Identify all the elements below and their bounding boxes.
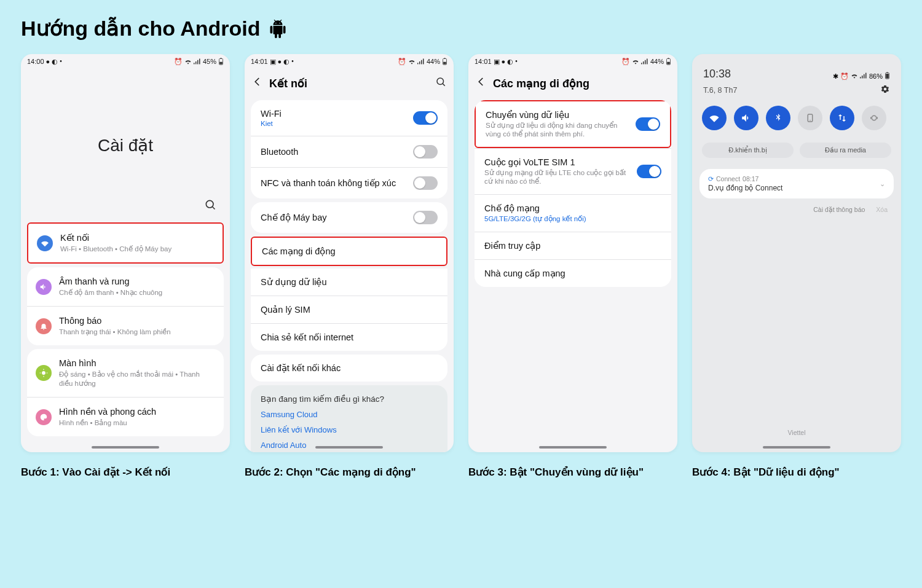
qs-wifi[interactable] <box>702 106 727 130</box>
row-notif[interactable]: Thông báo Thanh trạng thái • Không làm p… <box>27 306 224 345</box>
caption-2: Bước 2: Chọn "Các mạng di động" <box>245 466 454 479</box>
back-icon[interactable] <box>476 76 487 90</box>
row-data-usage[interactable]: Sử dụng dữ liệu <box>251 269 447 296</box>
search-icon[interactable] <box>204 198 216 213</box>
qs-airplane[interactable] <box>862 106 886 130</box>
notif-app: Connect <box>716 175 740 182</box>
btn-device-control[interactable]: Đ.khiển th.bị <box>702 143 794 158</box>
svg-rect-1 <box>220 58 221 58</box>
battery-icon <box>666 58 671 65</box>
bluetooth-icon: ✱ <box>833 73 838 80</box>
row-mobile-networks[interactable]: Các mạng di động <box>251 237 447 266</box>
row-wifi[interactable]: Wi-Fi Kiet <box>251 100 447 136</box>
row-operators[interactable]: Nhà cung cấp mạng <box>475 259 671 287</box>
carrier-label: Viettel <box>692 429 901 436</box>
home-indicator[interactable] <box>763 446 830 449</box>
status-battery: 86% <box>869 73 883 80</box>
notif-settings[interactable]: Cài đặt thông báo <box>813 206 865 213</box>
list-mobile-rest: Sử dụng dữ liệu Quản lý SIM Chia sẻ kết … <box>251 269 447 351</box>
page-title: Hướng dẫn cho Android <box>21 16 901 41</box>
page-header: Các mạng di động <box>468 68 677 96</box>
back-icon[interactable] <box>252 76 263 90</box>
qs-sound[interactable] <box>734 106 758 130</box>
svg-point-5 <box>42 371 45 375</box>
row-volte[interactable]: Cuộc gọi VoLTE SIM 1 Sử dụng mạng dữ liệ… <box>475 148 671 194</box>
suggest-link-1[interactable]: Liên kết với Windows <box>261 425 438 434</box>
wifi-icon <box>632 58 639 65</box>
wifi-toggle[interactable] <box>413 111 438 125</box>
gear-icon[interactable] <box>880 84 890 96</box>
wifi-icon <box>184 58 192 65</box>
row-wallpaper[interactable]: Hình nền và phong cách Hình nền • Bảng m… <box>27 397 224 436</box>
row-bluetooth[interactable]: Bluetooth <box>251 136 447 167</box>
search-icon[interactable] <box>435 76 446 90</box>
chevron-down-icon[interactable]: ⌄ <box>880 180 885 188</box>
step-3: 14:01 ▣ ● ◐ • ⏰ 44% Các mạng <box>468 54 677 479</box>
bt-toggle[interactable] <box>413 145 438 159</box>
svg-rect-24 <box>870 117 872 119</box>
messenger-icon: ● <box>502 58 506 65</box>
step-1: 14:00 ● ◐ • ⏰ 45% <box>21 54 230 479</box>
palette-icon <box>36 409 52 425</box>
svg-rect-19 <box>886 72 888 73</box>
row-tethering[interactable]: Chia sẻ kết nối internet <box>251 323 447 351</box>
row-sim-manager[interactable]: Quản lý SIM <box>251 296 447 323</box>
row-display[interactable]: Màn hình Độ sáng • Bảo vệ cho mắt thoải … <box>27 349 224 397</box>
phone-1: 14:00 ● ◐ • ⏰ 45% <box>21 54 230 452</box>
alarm-icon: ⏰ <box>840 73 849 80</box>
row-netmode-label: Chế độ mạng <box>484 203 661 213</box>
svg-rect-2 <box>219 62 223 65</box>
airplane-toggle[interactable] <box>413 211 438 224</box>
settings-big-title: Cài đặt <box>21 68 230 155</box>
phone-grid: 14:00 ● ◐ • ⏰ 45% <box>21 54 901 479</box>
row-connections[interactable]: Kết nối Wi-Fi • Bluetooth • Chế độ Máy b… <box>27 222 224 264</box>
card-display-wall: Màn hình Độ sáng • Bảo vệ cho mắt thoải … <box>27 349 224 436</box>
home-indicator[interactable] <box>539 446 607 449</box>
row-wifi-sub: Kiet <box>261 120 407 127</box>
btn-media-output[interactable]: Đầu ra media <box>800 143 891 158</box>
qs-rotation[interactable] <box>798 106 822 130</box>
qs-bluetooth[interactable] <box>766 106 790 130</box>
row-roaming-label: Chuyển vùng dữ liệu <box>486 110 629 120</box>
row-wallpaper-sub: Hình nền • Bảng màu <box>59 418 215 428</box>
notif-time: 08:17 <box>743 175 758 182</box>
qs-buttons: Đ.khiển th.bị Đầu ra media <box>692 134 901 164</box>
statusbar: 14:00 ● ◐ • ⏰ 45% <box>21 54 230 68</box>
nfc-toggle[interactable] <box>413 176 438 190</box>
notification-card[interactable]: ⟳ Connect 08:17 D.vụ đồng bộ Connect ⌄ <box>699 169 894 198</box>
volte-toggle[interactable] <box>637 165 661 178</box>
status-time: 14:01 <box>251 58 268 65</box>
android-icon <box>269 19 287 37</box>
battery-icon <box>218 58 224 65</box>
messages-icon: ◐ <box>52 58 58 66</box>
qs-mobile-data[interactable] <box>830 106 854 130</box>
row-network-mode[interactable]: Chế độ mạng 5G/LTE/3G/2G (tự động kết nố… <box>475 194 671 232</box>
home-indicator[interactable] <box>92 446 159 449</box>
row-display-label: Màn hình <box>59 358 215 369</box>
row-volte-sub: Sử dụng mạng dữ liệu LTE cho cuộc gọi bấ… <box>484 168 631 186</box>
row-sound[interactable]: Âm thanh và rung Chế độ âm thanh • Nhạc … <box>27 267 224 306</box>
status-time: 10:38 <box>703 68 731 80</box>
row-roaming-sub: Sử dụng dữ liệu di động khi đang chuyển … <box>486 121 629 138</box>
notif-clear[interactable]: Xóa <box>876 206 888 213</box>
page-header-title: Các mạng di động <box>493 77 589 90</box>
suggest-link-0[interactable]: Samsung Cloud <box>261 410 438 419</box>
row-data-roaming[interactable]: Chuyển vùng dữ liệu Sử dụng dữ liệu di đ… <box>475 100 671 148</box>
row-volte-label: Cuộc gọi VoLTE SIM 1 <box>484 157 631 167</box>
messenger-icon: ● <box>278 58 282 65</box>
svg-rect-17 <box>667 62 670 65</box>
alarm-icon: ⏰ <box>398 58 406 66</box>
bell-icon <box>36 318 52 334</box>
battery-icon <box>885 72 890 80</box>
notif-title: D.vụ đồng bộ Connect <box>708 184 880 192</box>
roaming-toggle[interactable] <box>636 117 660 131</box>
statusbar: 14:01 ▣ ● ◐ • ⏰ 44% <box>468 54 677 68</box>
home-indicator[interactable] <box>315 446 383 449</box>
phone-2: 14:01 ▣ ● ◐ • ⏰ 44% Kết nối <box>245 54 454 452</box>
row-more-connections[interactable]: Cài đặt kết nối khác <box>251 355 447 382</box>
gallery-icon: ▣ <box>494 58 500 66</box>
row-apn[interactable]: Điểm truy cập <box>475 232 671 259</box>
row-airplane[interactable]: Chế độ Máy bay <box>251 202 447 233</box>
wifi-icon <box>851 73 858 80</box>
row-nfc[interactable]: NFC và thanh toán không tiếp xúc <box>251 167 447 198</box>
